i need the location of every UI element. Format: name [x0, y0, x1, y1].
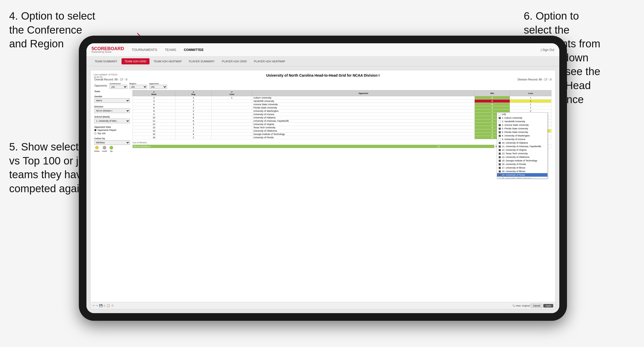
dropdown-item[interactable]: 16. University of Florida — [497, 162, 547, 166]
dropdown-checkbox — [499, 124, 501, 126]
dropdown-item-label: 3. Vanderbilt University — [502, 120, 525, 123]
dropdown-item-label: 15. Georgia Institute of Technology — [502, 159, 537, 162]
table-row: 14 2 University of Oklahoma 2 2 — [133, 129, 551, 133]
dropdown-item-label: 2. Auburn University — [502, 117, 522, 119]
school-select[interactable]: 1. University of Nort... — [94, 119, 130, 123]
rank-cell: 15 — [133, 133, 175, 136]
region-select[interactable]: (All) — [129, 85, 147, 89]
table-row: 13 1 Texas Tech University 3 0 — [133, 126, 551, 129]
dropdown-item[interactable]: 13. Texas Tech University — [497, 152, 547, 155]
dropdown-item[interactable]: 17. University of Illinois — [497, 166, 547, 170]
apply-button[interactable]: Apply — [543, 304, 553, 308]
rank-cell: 12 — [133, 123, 175, 126]
opponent-cell: University of Alabama — [252, 116, 475, 119]
save-icon[interactable]: 💾 — [99, 304, 103, 307]
opponent-cell: Florida State University — [252, 106, 475, 109]
nav-committee[interactable]: COMMITTEE — [184, 47, 204, 53]
dropdown-item[interactable]: 4. Arizona State University — [497, 123, 547, 127]
dropdown-item[interactable]: 12. University of Virginia — [497, 148, 547, 152]
signout-link[interactable]: | Sign Out — [541, 48, 554, 52]
dropdown-item[interactable]: 11. University of Arkansas, Fayetteville — [497, 145, 547, 148]
rank-cell: 8 — [133, 109, 175, 113]
dropdown-checkbox — [499, 160, 501, 162]
subnav-player-h2h-grid[interactable]: PLAYER H2H GRID — [219, 58, 250, 64]
redo-icon[interactable]: ↪ — [96, 304, 98, 307]
conf-cell — [212, 116, 252, 119]
nav-teams[interactable]: TEAMS — [165, 47, 176, 53]
dropdown-item[interactable]: 20. University of Texas — [497, 173, 547, 177]
table-row: 11 6 University of Arkansas, Fayettevill… — [133, 119, 551, 123]
h2h-table: #Rank #Reg #Conf Opponent Win Loss 2 1 — [132, 90, 551, 139]
copy-icon[interactable]: ⎘ — [104, 304, 106, 307]
dropdown-item[interactable]: 10. University of Alabama — [497, 141, 547, 145]
gender-select[interactable]: Men's — [94, 98, 130, 103]
radio-opponents-played[interactable]: Opponents Played — [94, 129, 130, 131]
dropdown-item[interactable]: 5. Florida State University — [497, 127, 547, 130]
table-row: 4 1 Arizona State University 5 1 — [133, 103, 551, 106]
dropdown-item[interactable]: 2. Auburn University — [497, 116, 547, 120]
opponent-cell: University of Virginia — [252, 123, 475, 126]
win-cell: 5 — [475, 103, 510, 106]
dropdown-item[interactable]: 9. University of Arizona — [497, 137, 547, 141]
rank-cell: 6 — [133, 106, 175, 109]
radio-top100[interactable]: Top 100 — [94, 132, 130, 135]
dropdown-checkbox — [499, 174, 501, 176]
colour-section: Colour by Win/loss Down — [94, 137, 130, 152]
team-section: Team — [94, 90, 130, 93]
dropdown-item-label: 5. Florida State University — [502, 127, 528, 130]
dropdown-item[interactable]: (All) — [497, 113, 547, 116]
rank-cell: 3 — [133, 100, 175, 103]
table-row: 3 2 Vanderbilt University 0 4 — [133, 100, 551, 103]
subnav-team-h2h-grid[interactable]: TEAM H2H GRID — [122, 58, 149, 64]
table-row: 10 5 University of Alabama 3 0 — [133, 116, 551, 119]
division-select[interactable]: NCAA Division I — [94, 108, 130, 113]
ncaa-win: 1 — [438, 145, 495, 148]
reg-cell: 1 — [175, 103, 212, 106]
dropdown-item[interactable]: 14. University of Oklahoma — [497, 155, 547, 159]
colour-select[interactable]: Win/loss — [94, 140, 130, 145]
radio-label-top100: Top 100 — [97, 132, 106, 135]
dropdown-checkbox — [499, 152, 501, 155]
conf-cell — [212, 136, 252, 139]
radio-dot-opponents — [94, 129, 96, 131]
dropdown-item-label: (All) — [502, 113, 506, 116]
table-row: 12 3 University of Virginia 1 1 — [133, 123, 551, 126]
dropdown-item[interactable]: 6. Florida State University — [497, 130, 547, 134]
subnav-player-summary[interactable]: PLAYER SUMMARY — [186, 58, 218, 64]
undo-icon[interactable]: ↩ — [93, 304, 95, 307]
main-content: Last Updated: 4/7/202416:55:38 Universit… — [86, 66, 559, 313]
reg-cell: 3 — [175, 113, 212, 116]
subnav-team-h2h-heatmap[interactable]: TEAM H2H HEATMAP — [151, 58, 185, 64]
legend-level-circle — [103, 146, 106, 149]
opponents-label: Opponents: — [94, 84, 108, 87]
nav-tournaments[interactable]: TOURNAMENTS — [132, 47, 157, 53]
dropdown-item[interactable]: 8. University of Washington — [497, 134, 547, 137]
paste-icon[interactable]: 📋 — [107, 304, 110, 307]
dropdown-checkbox — [499, 156, 501, 158]
opponent-cell: University of Washington — [252, 109, 475, 113]
conference-select[interactable]: (All) — [110, 85, 127, 89]
dropdown-item[interactable]: 18. University of Illinois — [497, 170, 547, 173]
col-win: Win — [475, 90, 510, 96]
out-div-header: Out of division — [132, 141, 551, 144]
opponent-dropdown[interactable]: (All)2. Auburn University3. Vanderbilt U… — [497, 112, 548, 178]
reg-cell: 2 — [175, 136, 212, 139]
reg-cell: 3 — [175, 123, 212, 126]
col-rank: #Rank — [133, 90, 175, 96]
dropdown-checkbox — [499, 145, 501, 148]
nav-links: TOURNAMENTS TEAMS COMMITTEE — [132, 47, 541, 53]
dropdown-item[interactable]: 15. Georgia Institute of Technology — [497, 159, 547, 162]
dropdown-item[interactable]: 3. Vanderbilt University — [497, 120, 547, 123]
opponent-select[interactable]: (All) — [149, 85, 167, 89]
subnav-player-h2h-heatmap[interactable]: PLAYER H2H HEATMAP — [251, 58, 288, 64]
cancel-button[interactable]: Cancel — [531, 304, 542, 308]
panel-records: Overall Record: 89 - 17 - 0 Division Rec… — [94, 78, 551, 81]
conf-cell: 1 — [212, 96, 252, 100]
legend-row: Down Level Up — [94, 146, 130, 152]
conf-cell — [212, 113, 252, 116]
subnav-team-summary[interactable]: TEAM SUMMARY — [92, 58, 121, 64]
reg-cell: 1 — [175, 126, 212, 129]
dropdown-item[interactable]: 21. University of New Mexico — [497, 177, 547, 178]
reg-cell: 2 — [175, 129, 212, 133]
dropdown-checkbox — [499, 120, 501, 123]
